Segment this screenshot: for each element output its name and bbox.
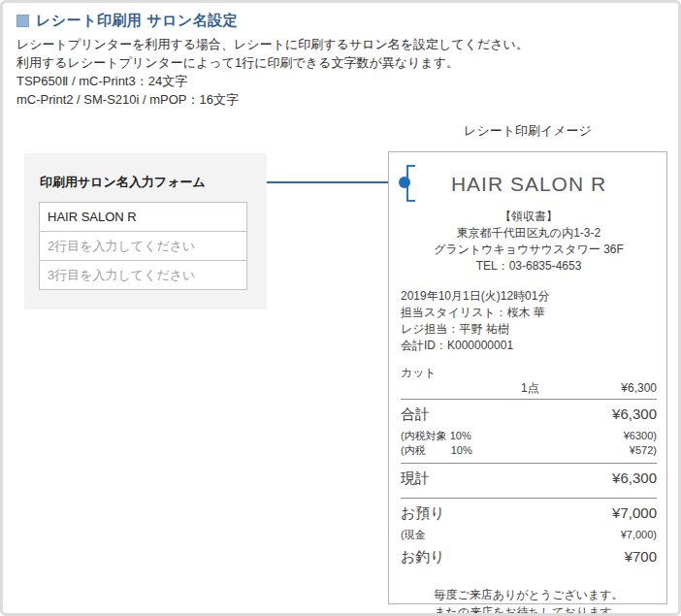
receipt-total-label: 合計 <box>401 405 430 424</box>
receipt-meta: 2019年10月1日(火)12時01分 担当スタイリスト：桜木 華 レジ担当：平… <box>401 288 657 354</box>
receipt-tax-value: ¥572) <box>630 443 657 458</box>
connector-bracket-arm-top <box>406 165 415 167</box>
salon-name-line1-input[interactable] <box>39 202 247 232</box>
receipt-cash-label: (現金 <box>401 528 426 542</box>
receipt-item-price: ¥6,300 <box>621 380 657 396</box>
receipt-tax-target-value: ¥6300) <box>624 429 657 443</box>
receipt-net-row: 現計 ¥6,300 <box>401 464 657 493</box>
receipt-change-row: お釣り ¥700 <box>401 542 657 571</box>
description-line: レシートプリンターを利用する場合、レシートに印刷するサロン名を設定してください。 <box>16 35 529 53</box>
receipt-item-row: 1点 ¥6,300 <box>401 380 657 396</box>
receipt-account-id: 会計ID：K000000001 <box>401 338 657 354</box>
receipt-tax-row: (内税 10% ¥572) <box>401 443 657 458</box>
receipt-address-line2: グラントウキョウサウスタワー 36F <box>401 242 657 258</box>
receipt-address-line1: 東京都千代田区丸の内1-3-2 <box>401 225 657 242</box>
receipt-deposit-value: ¥7,000 <box>612 504 657 521</box>
receipt-stylist: 担当スタイリスト：桜木 華 <box>401 305 657 321</box>
receipt-cashier: レジ担当：平野 祐樹 <box>401 321 657 338</box>
receipt-footer-line2: またの来店をお待ちしております。 <box>401 603 657 616</box>
receipt-deposit-label: お預り <box>401 504 445 523</box>
receipt-deposit-row: お預り ¥7,000 <box>401 499 657 528</box>
receipt-salon-name: HAIR SALON R <box>401 173 657 196</box>
salon-name-line2-input[interactable] <box>39 231 247 261</box>
connector-bracket-arm-bottom <box>406 200 415 202</box>
connector-dot <box>399 177 410 188</box>
receipt-change-value: ¥700 <box>625 548 657 565</box>
receipt-cash-row: (現金 ¥7,000) <box>401 528 657 542</box>
receipt-item-qty: 1点 <box>521 380 539 396</box>
receipt-footer-line1: 毎度ご来店ありがとうございます。 <box>401 586 657 603</box>
description: レシートプリンターを利用する場合、レシートに印刷するサロン名を設定してください。… <box>16 35 529 109</box>
receipt-net-label: 現計 <box>401 470 430 488</box>
description-line: mC-Print2 / SM-S210i / mPOP：16文字 <box>16 90 529 109</box>
receipt-tel: TEL：03-6835-4653 <box>401 258 657 275</box>
receipt-preview-label: レシート印刷イメージ <box>388 122 667 140</box>
receipt-datetime: 2019年10月1日(火)12時01分 <box>401 288 657 305</box>
receipt-total-value: ¥6,300 <box>612 405 657 422</box>
page-title: レシート印刷用 サロン名設定 <box>36 12 238 30</box>
receipt-net-value: ¥6,300 <box>612 470 657 486</box>
description-line: 利用するレシートプリンターによって1行に印刷できる文字数が異なります。 <box>16 53 529 72</box>
form-title: 印刷用サロン名入力フォーム <box>40 174 267 191</box>
receipt-tax-target-row: (内税対象 10% ¥6300) <box>401 429 657 443</box>
page-frame: レシート印刷用 サロン名設定 レシートプリンターを利用する場合、レシートに印刷す… <box>0 0 681 616</box>
salon-name-line3-input[interactable] <box>39 260 247 290</box>
receipt-doc-type: 【領収書】 <box>401 209 657 225</box>
receipt-tax-target-label: (内税対象 10% <box>401 429 471 443</box>
receipt-tax-rate: 10% <box>451 443 472 458</box>
salon-name-form: 印刷用サロン名入力フォーム <box>24 153 267 309</box>
receipt-preview: HAIR SALON R 【領収書】 東京都千代田区丸の内1-3-2 グラントウ… <box>388 151 667 604</box>
receipt-change-label: お釣り <box>401 548 445 567</box>
page-header: レシート印刷用 サロン名設定 <box>16 12 238 30</box>
section-marker-icon <box>16 15 29 27</box>
receipt-total-row: 合計 ¥6,300 <box>401 400 657 429</box>
receipt-tax-label: (内税 <box>401 443 426 458</box>
receipt-item-name: カット <box>401 365 657 380</box>
description-line: TSP650Ⅱ / mC-Print3：24文字 <box>16 72 529 90</box>
receipt-cash-value: ¥7,000) <box>621 528 657 542</box>
receipt-footer: 毎度ご来店ありがとうございます。 またの来店をお待ちしております。 <box>401 586 657 616</box>
connector-line <box>267 181 401 183</box>
form-inputs <box>39 202 247 290</box>
